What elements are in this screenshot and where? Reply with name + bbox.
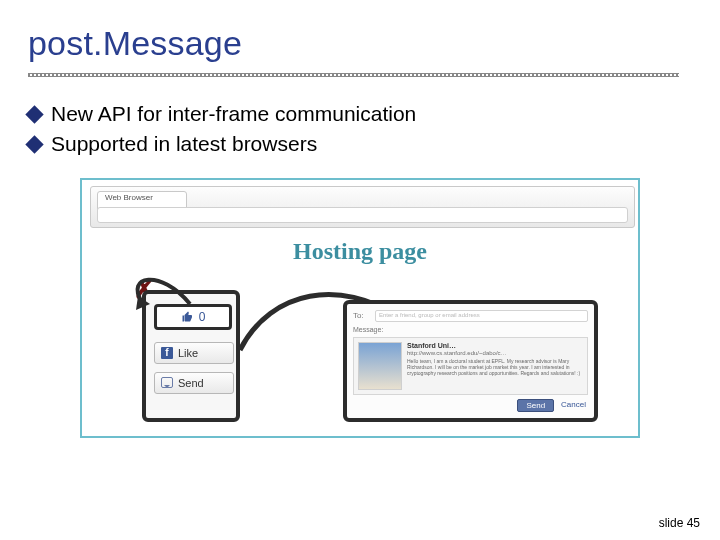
dialog-cancel-link[interactable]: Cancel <box>559 399 588 412</box>
to-label: To: <box>353 311 369 320</box>
share-url: http://www.cs.stanford.edu/~dabo/c… <box>407 350 583 357</box>
bullet-marker-icon <box>25 105 43 123</box>
share-blurb: Hello team, I am a doctoral student at E… <box>407 359 583 376</box>
share-thumbnail <box>358 342 402 390</box>
share-text: Stanford Uni… http://www.cs.stanford.edu… <box>407 342 583 390</box>
dialog-button-row: Send Cancel <box>353 399 588 412</box>
slide-title: post.Message <box>28 24 692 63</box>
to-field[interactable]: Enter a friend, group or email address <box>375 310 588 322</box>
message-label: Message: <box>353 326 588 333</box>
svg-marker-0 <box>136 296 150 310</box>
loop-arrow-icon <box>120 258 230 318</box>
address-bar <box>97 207 628 223</box>
share-site-name: Stanford Uni… <box>407 342 583 350</box>
illustration-panel: Web Browser Hosting page ✗ ✗ 0 f Like Se… <box>80 178 640 438</box>
like-button-label: Like <box>178 347 198 359</box>
dialog-send-button[interactable]: Send <box>517 399 554 412</box>
slide: post.Message New API for inter-frame com… <box>0 0 720 540</box>
share-dialog-frame: To: Enter a friend, group or email addre… <box>343 300 598 422</box>
share-preview-card: Stanford Uni… http://www.cs.stanford.edu… <box>353 337 588 395</box>
facebook-f-icon: f <box>161 347 173 359</box>
bullet-item: New API for inter-frame communication <box>28 99 692 129</box>
title-divider <box>28 73 679 77</box>
send-button-label: Send <box>178 377 204 389</box>
speech-bubble-icon <box>161 377 173 388</box>
bullet-text: New API for inter-frame communication <box>51 99 416 129</box>
to-row: To: Enter a friend, group or email addre… <box>353 310 588 322</box>
like-button[interactable]: f Like <box>154 342 234 364</box>
slide-number: slide 45 <box>659 516 700 530</box>
bullet-marker-icon <box>25 135 43 153</box>
bullet-text: Supported in latest browsers <box>51 129 317 159</box>
bullet-list: New API for inter-frame communication Su… <box>28 99 692 160</box>
browser-chrome: Web Browser <box>90 186 635 228</box>
browser-tab-label: Web Browser <box>105 193 153 202</box>
send-button[interactable]: Send <box>154 372 234 394</box>
to-placeholder: Enter a friend, group or email address <box>379 312 480 318</box>
bullet-item: Supported in latest browsers <box>28 129 692 159</box>
